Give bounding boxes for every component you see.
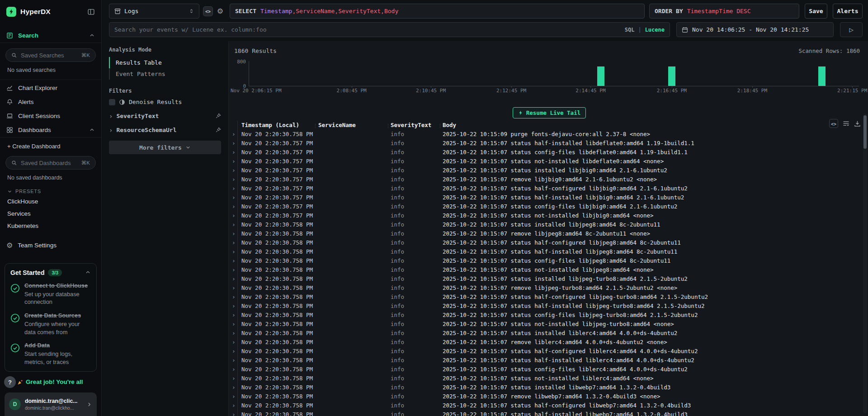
pin-icon[interactable] bbox=[215, 127, 221, 133]
event-search-box[interactable]: SQL | Lucene bbox=[109, 22, 670, 37]
row-expand-icon[interactable] bbox=[231, 410, 237, 416]
sidebar-item-search[interactable]: Search bbox=[0, 28, 101, 43]
pin-icon[interactable] bbox=[215, 113, 221, 119]
row-expand-icon[interactable] bbox=[231, 401, 237, 410]
table-row[interactable]: Nov 20 2:20:30.758 PMinfo2025-10-22 10:1… bbox=[231, 284, 868, 293]
table-row[interactable]: Nov 20 2:20:30.757 PMinfo2025-10-22 10:1… bbox=[231, 202, 868, 211]
chevron-up-icon[interactable] bbox=[89, 33, 95, 38]
row-expand-icon[interactable] bbox=[231, 220, 237, 229]
sidebar-collapse-icon[interactable] bbox=[87, 8, 95, 15]
row-expand-icon[interactable] bbox=[231, 238, 237, 247]
checklist-item-add-data[interactable]: Add Data Start sending logs, metrics, or… bbox=[10, 342, 91, 366]
alerts-button[interactable]: Alerts bbox=[833, 4, 863, 19]
column-header-body[interactable]: Body bbox=[443, 121, 868, 130]
row-expand-icon[interactable] bbox=[231, 338, 237, 347]
wrap-lines-button[interactable] bbox=[843, 120, 849, 127]
create-dashboard-link[interactable]: + Create Dashboard bbox=[0, 139, 101, 152]
column-resize-handle-icon[interactable] bbox=[386, 122, 391, 131]
row-expand-icon[interactable] bbox=[231, 184, 237, 193]
table-row[interactable]: Nov 20 2:20:30.758 PMinfo2025-10-22 10:1… bbox=[231, 256, 868, 265]
table-row[interactable]: Nov 20 2:20:30.757 PMinfo2025-10-22 10:1… bbox=[231, 184, 868, 193]
table-row[interactable]: Nov 20 2:20:30.757 PMinfo2025-10-22 10:1… bbox=[231, 148, 868, 157]
table-row[interactable]: Nov 20 2:20:30.758 PMinfo2025-10-22 10:1… bbox=[231, 247, 868, 256]
mode-event-patterns[interactable]: Event Patterns bbox=[109, 68, 221, 80]
select-clause-input[interactable]: SELECT Timestamp ,ServiceName,SeverityTe… bbox=[230, 4, 645, 19]
table-row[interactable]: Nov 20 2:20:30.758 PMinfo2025-10-22 10:1… bbox=[231, 347, 868, 356]
table-row[interactable]: Nov 20 2:20:30.758 PMinfo2025-10-22 10:1… bbox=[231, 392, 868, 401]
row-expand-icon[interactable] bbox=[231, 329, 237, 338]
row-expand-icon[interactable] bbox=[231, 365, 237, 374]
table-row[interactable]: Nov 20 2:20:30.757 PMinfo2025-10-22 10:1… bbox=[231, 166, 868, 175]
row-expand-icon[interactable] bbox=[231, 293, 237, 302]
date-range-picker[interactable]: Nov 20 14:06:25 - Nov 20 14:21:25 bbox=[676, 22, 834, 37]
denoise-checkbox[interactable] bbox=[109, 99, 115, 105]
row-expand-icon[interactable] bbox=[231, 148, 237, 157]
table-row[interactable]: Nov 20 2:20:30.758 PMinfo2025-10-22 10:1… bbox=[231, 229, 868, 238]
table-row[interactable]: Nov 20 2:20:30.758 PMinfo2025-10-22 10:1… bbox=[231, 293, 868, 302]
chart-plot[interactable]: Nov 20 2:06:15 PM2:08:45 PM2:10:45 PM2:1… bbox=[249, 61, 859, 86]
table-row[interactable]: Nov 20 2:20:30.758 PMinfo2025-10-22 10:1… bbox=[231, 338, 868, 347]
user-menu[interactable]: D dominic.tran@clic... dominic.tran@clic… bbox=[5, 392, 97, 416]
saved-searches-input[interactable] bbox=[21, 52, 78, 59]
row-expand-icon[interactable] bbox=[231, 284, 237, 293]
table-row[interactable]: Nov 20 2:20:30.758 PMinfo2025-10-22 10:1… bbox=[231, 329, 868, 338]
table-row[interactable]: Nov 20 2:20:30.758 PMinfo2025-10-22 10:1… bbox=[231, 274, 868, 284]
preset-kubernetes[interactable]: Kubernetes bbox=[0, 220, 101, 232]
sidebar-item-client-sessions[interactable]: Client Sessions bbox=[0, 109, 101, 123]
resume-live-tail-button[interactable]: Resume Live Tail bbox=[513, 107, 586, 118]
column-header-severitytext[interactable]: SeverityText bbox=[391, 121, 443, 130]
column-resize-handle-icon[interactable] bbox=[438, 122, 443, 131]
scrollbar-track[interactable] bbox=[863, 113, 867, 413]
preset-services[interactable]: Services bbox=[0, 208, 101, 220]
row-expand-icon[interactable] bbox=[231, 320, 237, 329]
row-expand-icon[interactable] bbox=[231, 374, 237, 383]
table-row[interactable]: Nov 20 2:20:30.758 PMinfo2025-10-22 10:1… bbox=[231, 130, 868, 139]
saved-dashboards-input[interactable] bbox=[21, 160, 78, 166]
chevron-up-icon[interactable] bbox=[85, 269, 91, 275]
table-row[interactable]: Nov 20 2:20:30.757 PMinfo2025-10-22 10:1… bbox=[231, 193, 868, 202]
table-row[interactable]: Nov 20 2:20:30.757 PMinfo2025-10-22 10:1… bbox=[231, 157, 868, 166]
source-select[interactable]: Logs bbox=[109, 4, 199, 19]
help-button[interactable]: ? bbox=[4, 376, 16, 388]
table-row[interactable]: Nov 20 2:20:30.758 PMinfo2025-10-22 10:1… bbox=[231, 311, 868, 320]
row-expand-icon[interactable] bbox=[231, 274, 237, 284]
table-row[interactable]: Nov 20 2:20:30.758 PMinfo2025-10-22 10:1… bbox=[231, 238, 868, 247]
table-row[interactable]: Nov 20 2:20:30.757 PMinfo2025-10-22 10:1… bbox=[231, 139, 868, 148]
row-expand-icon[interactable] bbox=[231, 356, 237, 365]
table-row[interactable]: Nov 20 2:20:30.758 PMinfo2025-10-22 10:1… bbox=[231, 265, 868, 274]
row-expand-icon[interactable] bbox=[231, 392, 237, 401]
presets-toggle[interactable]: PRESETS bbox=[0, 184, 101, 195]
table-row[interactable]: Nov 20 2:20:30.757 PMinfo2025-10-22 10:1… bbox=[231, 175, 868, 184]
row-expand-icon[interactable] bbox=[231, 175, 237, 184]
table-row[interactable]: Nov 20 2:20:30.758 PMinfo2025-10-22 10:1… bbox=[231, 383, 868, 392]
sidebar-item-chart-explorer[interactable]: Chart Explorer bbox=[0, 81, 101, 95]
save-button[interactable]: Save bbox=[805, 4, 827, 19]
row-expand-icon[interactable] bbox=[231, 229, 237, 238]
search-input[interactable] bbox=[114, 26, 621, 33]
table-row[interactable]: Nov 20 2:20:30.758 PMinfo2025-10-22 10:1… bbox=[231, 220, 868, 229]
filter-group-resourceschemaurl[interactable]: ResourceSchemaUrl bbox=[109, 123, 221, 137]
row-expand-icon[interactable] bbox=[231, 193, 237, 202]
saved-dashboards-combobox[interactable]: ⌘K bbox=[5, 156, 96, 170]
chart-bar[interactable] bbox=[668, 66, 675, 86]
saved-searches-combobox[interactable]: ⌘K bbox=[5, 48, 96, 62]
table-row[interactable]: Nov 20 2:20:30.758 PMinfo2025-10-22 10:1… bbox=[231, 410, 868, 416]
preset-clickhouse[interactable]: ClickHouse bbox=[0, 195, 101, 208]
sidebar-item-team-settings[interactable]: Team Settings bbox=[0, 238, 101, 253]
chart-bar[interactable] bbox=[818, 66, 826, 86]
order-by-input[interactable]: ORDER BY TimestampTime DESC bbox=[649, 4, 799, 19]
view-source-button[interactable] bbox=[829, 119, 838, 128]
table-row[interactable]: Nov 20 2:20:30.758 PMinfo2025-10-22 10:1… bbox=[231, 320, 868, 329]
column-resize-handle-icon[interactable] bbox=[313, 122, 318, 131]
row-expand-icon[interactable] bbox=[231, 139, 237, 148]
row-expand-icon[interactable] bbox=[231, 202, 237, 211]
chart-bar[interactable] bbox=[597, 66, 604, 86]
run-query-button[interactable] bbox=[840, 22, 863, 37]
row-expand-icon[interactable] bbox=[231, 211, 237, 220]
checklist-item-connect[interactable]: Connect to ClickHouse Set up your databa… bbox=[10, 282, 91, 306]
column-header-servicename[interactable]: ServiceName bbox=[318, 121, 391, 130]
code-editor-button[interactable] bbox=[203, 6, 213, 16]
row-expand-icon[interactable] bbox=[231, 157, 237, 166]
row-expand-icon[interactable] bbox=[231, 130, 237, 139]
table-row[interactable]: Nov 20 2:20:30.758 PMinfo2025-10-22 10:1… bbox=[231, 356, 868, 365]
